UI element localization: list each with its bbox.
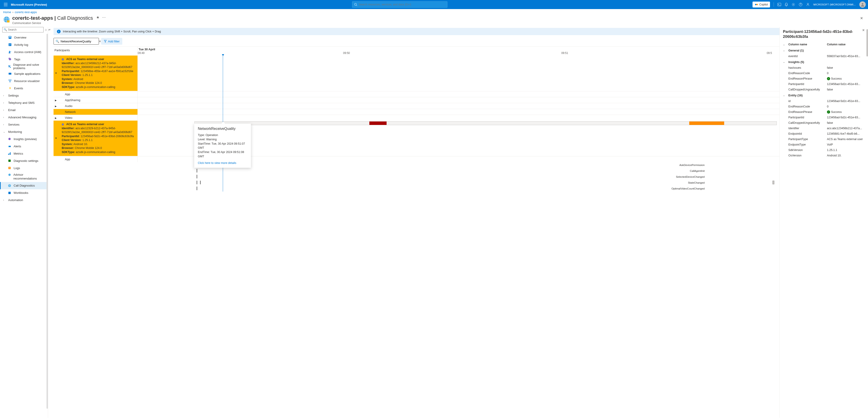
nav-overview[interactable]: Overview <box>0 34 48 41</box>
track-label: App <box>65 93 70 96</box>
teams-icon: T <box>62 58 65 61</box>
copilot-button[interactable]: Copilot <box>752 2 770 7</box>
settings-icon[interactable] <box>792 3 795 6</box>
global-search-input[interactable] <box>359 3 445 6</box>
kv-value: ✓Success <box>827 110 867 113</box>
nav-email[interactable]: ›Email <box>0 106 48 113</box>
timeline-body[interactable]: ▼ TACS as Teams external user Identifier… <box>54 56 779 191</box>
hamburger-menu-icon[interactable] <box>2 3 9 6</box>
event-marks <box>197 169 198 173</box>
favorite-star-icon[interactable]: ★ <box>96 15 99 20</box>
details-column-header: ⌄ Column name Column value <box>783 41 867 47</box>
track-network[interactable]: Network <box>54 109 137 115</box>
details-scrollbar[interactable] <box>866 29 868 57</box>
expand-all-icon[interactable]: ◇ <box>45 28 47 31</box>
kv-key: Identifier <box>788 127 827 130</box>
nav-monitoring[interactable]: ⌄Monitoring <box>0 128 48 135</box>
resource-icon <box>3 16 10 23</box>
svg-point-23 <box>8 138 11 140</box>
filter-input[interactable] <box>61 40 99 43</box>
field-value: 123456be-455e-4187-aa1e-f591a152f16e <box>81 70 133 73</box>
chevron-down-icon: ⌄ <box>783 61 788 64</box>
global-search[interactable] <box>352 1 447 8</box>
kv-value: acs:abc123456b212-437a... <box>827 127 867 130</box>
collapse-handle-icon[interactable]: « <box>49 28 51 31</box>
close-details-icon[interactable]: ✕ <box>862 28 865 32</box>
kv-value: 0 <box>827 72 867 75</box>
kv-key: EndReasonPhrase <box>788 77 827 80</box>
cloud-shell-icon[interactable] <box>777 3 781 6</box>
participant-card[interactable]: ▼ TACS as Teams external user Identifier… <box>54 56 137 91</box>
nav-label: Advisor recommendations <box>13 173 45 181</box>
avatar[interactable] <box>859 1 866 8</box>
more-icon[interactable]: ⋯ <box>102 15 106 20</box>
svg-rect-4 <box>778 3 781 6</box>
add-filter-button[interactable]: Add filter <box>101 38 122 45</box>
nav-advmsg[interactable]: ›Advanced Messaging <box>0 113 48 121</box>
track-app[interactable]: App <box>54 91 137 97</box>
field-label: Client Version: <box>62 73 82 77</box>
help-icon[interactable] <box>799 3 802 6</box>
track-appsharing[interactable]: ▶AppSharing <box>54 97 137 103</box>
chevron-right-icon: › <box>3 123 6 126</box>
nav-services[interactable]: ›Services <box>0 121 48 128</box>
nav-label: Telephony and SMS <box>8 101 34 104</box>
nav-insights[interactable]: Insights (preview) <box>0 135 48 143</box>
nav-metrics[interactable]: Metrics <box>0 150 48 157</box>
notifications-icon[interactable] <box>785 3 788 6</box>
tooltip-details-link[interactable]: Click here to view more details <box>198 162 247 165</box>
nav-calldiag[interactable]: Call Diagnostics <box>0 182 48 189</box>
tenant-label[interactable]: MICROSOFT (MICROSOFT.ONMI... <box>813 3 856 6</box>
track-audio[interactable]: ▶Audio <box>54 103 137 109</box>
page-title: corertc-test-apps | Call Diagnostics <box>12 15 93 21</box>
sidebar-scrollbar[interactable] <box>46 34 48 409</box>
feedback-icon[interactable] <box>806 3 810 6</box>
participant-card[interactable]: ▼ TACS as Teams external user Identifier… <box>54 120 137 156</box>
nav-resvis[interactable]: Resource visualizer <box>0 77 48 84</box>
nav-activity[interactable]: Activity log <box>0 41 48 48</box>
collapse-icon[interactable]: ▼ <box>55 137 57 140</box>
nav-iam[interactable]: Access control (IAM) <box>0 48 48 56</box>
breadcrumb-current[interactable]: corertc-test-apps <box>15 10 37 14</box>
copilot-icon <box>755 3 758 6</box>
nav-events[interactable]: Events <box>0 84 48 92</box>
nav-settings[interactable]: ›Settings <box>0 92 48 99</box>
sidebar-search-input[interactable] <box>2 27 43 32</box>
svg-point-3 <box>756 4 758 5</box>
chevron-down-icon: ⌄ <box>783 94 788 97</box>
nav-advisor[interactable]: Advisor recommendations <box>0 172 48 182</box>
tooltip-level: Level: Warning <box>198 137 247 142</box>
kv-key: SdkVersion <box>788 148 827 152</box>
svg-text:T: T <box>62 59 64 61</box>
track-app[interactable]: App <box>54 156 137 162</box>
breadcrumb-home[interactable]: Home <box>3 10 11 14</box>
nav-telephony[interactable]: ›Telephony and SMS <box>0 99 48 106</box>
clear-filter-icon[interactable]: ✕ <box>99 40 101 43</box>
kv-value: 123456ad-5d2c-451e-83... <box>827 116 867 119</box>
nav-workbooks[interactable]: Workbooks <box>0 189 48 197</box>
chevron-down-icon[interactable]: ⌄ <box>783 43 788 46</box>
event-label: AskDevicePermission <box>679 164 705 166</box>
diagnose-icon <box>8 65 11 68</box>
nav-alerts[interactable]: Alerts <box>0 143 48 150</box>
success-icon: ✓ <box>827 110 830 113</box>
nav-diagset[interactable]: Diagnostic settings <box>0 157 48 164</box>
nav-automation[interactable]: ›Automation <box>0 197 48 204</box>
nav-logs[interactable]: Logs <box>0 164 48 172</box>
nav-label: Metrics <box>13 152 23 155</box>
section-general[interactable]: ⌄General (1) <box>783 47 867 54</box>
track-video[interactable]: ▶Video <box>54 115 137 120</box>
field-value: Android <box>73 77 83 81</box>
collapse-icon[interactable]: ▼ <box>55 72 57 75</box>
nav-diagnose[interactable]: Diagnose and solve problems <box>0 63 48 70</box>
search-icon: 🔍 <box>4 28 7 31</box>
kv-value: 123456ad-5d2c-451e-83... <box>827 100 867 103</box>
section-insights[interactable]: ⌄Insights (5) <box>783 59 867 65</box>
chevron-right-icon: › <box>3 199 6 201</box>
close-blade-icon[interactable]: ✕ <box>858 15 865 21</box>
svg-point-16 <box>10 51 11 52</box>
nav-tags[interactable]: Tags <box>0 56 48 63</box>
nav-sample[interactable]: Sample applications <box>0 70 48 77</box>
quality-bar[interactable] <box>194 121 777 125</box>
section-entity[interactable]: ⌄Entity (16) <box>783 92 867 98</box>
